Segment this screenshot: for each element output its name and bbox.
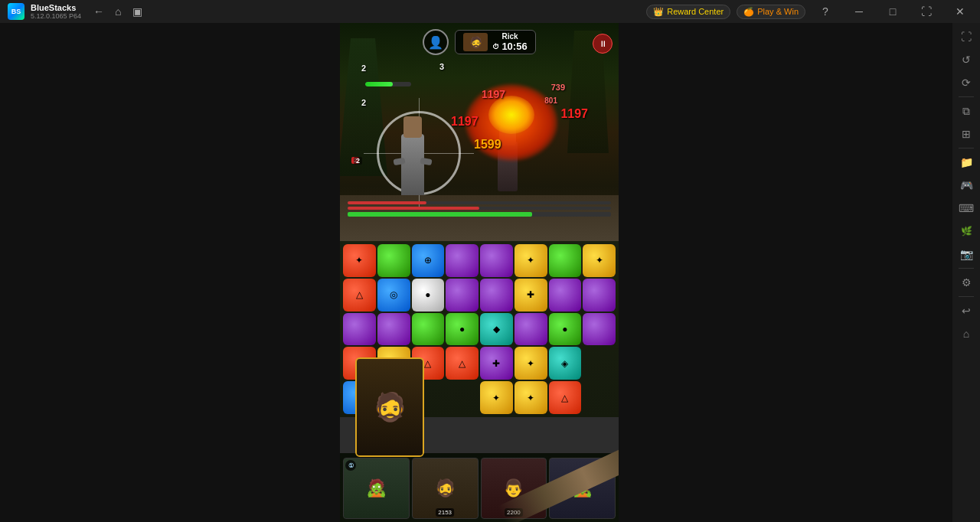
left-background <box>0 23 340 522</box>
damage-number-3: 801 <box>544 96 557 105</box>
help-button[interactable]: ? <box>812 0 839 23</box>
damage-number-5: 1197 <box>451 115 479 129</box>
damage-number-1: 1197 <box>482 88 505 100</box>
gem-r5c5[interactable]: ✦ <box>480 381 513 414</box>
gem-r1c4[interactable] <box>446 244 479 277</box>
gem-r5c6[interactable]: ✦ <box>514 381 547 414</box>
player-avatar: 👤 <box>423 29 449 55</box>
game-wrapper: 👤 🧔 Rick ⏱ 10:56 ⏸ <box>340 23 619 522</box>
enemy-count-3: 3 <box>439 62 444 71</box>
gem-r2c2[interactable]: ◎ <box>377 279 410 312</box>
gem-r1c1[interactable]: ✦ <box>343 244 376 277</box>
player-character <box>390 103 436 195</box>
back-sidebar-icon[interactable]: ↩ <box>956 300 977 321</box>
home-sidebar-icon[interactable]: ⌂ <box>956 323 977 344</box>
nav-recent-button[interactable]: ▣ <box>129 4 145 19</box>
card-2[interactable]: 🧔 2153 <box>412 458 479 519</box>
damage-number-4: 1197 <box>560 107 588 121</box>
bluestacks-logo: BS <box>8 3 24 20</box>
battle-area: 👤 🧔 Rick ⏱ 10:56 ⏸ <box>340 23 619 241</box>
enemy-count-2: 2 <box>361 64 366 73</box>
app-name-container: BlueStacks 5.12.0.1065 P64 <box>31 3 81 20</box>
gamepad-icon[interactable]: 🎮 <box>956 175 977 196</box>
gem-r2c6[interactable]: ✚ <box>514 279 547 312</box>
rotate-icon[interactable]: ↺ <box>956 49 977 70</box>
gem-r3c6[interactable] <box>514 313 547 346</box>
settings-icon[interactable]: ⚙ <box>956 272 977 293</box>
card-popup-inner: 🧔 <box>357 359 423 455</box>
gem-r2c5[interactable] <box>480 279 513 312</box>
gem-r5c4-empty <box>446 381 479 414</box>
layers2-icon[interactable]: ⊞ <box>956 123 977 145</box>
card-1-cost: ① <box>345 460 356 471</box>
damage-number-2: 739 <box>551 83 565 92</box>
camera-flip-icon[interactable]: ⟳ <box>956 72 977 93</box>
eco-icon[interactable]: 🌿 <box>956 220 977 242</box>
gem-r1c8[interactable]: ✦ <box>583 244 616 277</box>
sidebar-divider-2 <box>959 148 974 148</box>
timer-display: ⏱ 10:56 <box>492 41 527 52</box>
gem-r3c7[interactable]: ● <box>549 313 582 346</box>
player-hpbar-container: 2 <box>354 157 362 165</box>
titlebar-left: BS BlueStacks 5.12.0.1065 P64 ← ⌂ ▣ <box>0 3 168 20</box>
enemy-count-1: 2 <box>361 98 366 107</box>
reward-center-label: Reward Center <box>667 7 724 16</box>
reward-center-button[interactable]: 👑 Reward Center <box>646 5 730 19</box>
gem-r3c4[interactable]: ● <box>446 313 479 346</box>
gem-r4c5[interactable]: ✚ <box>480 347 513 380</box>
gem-r4c8-empty <box>583 347 616 380</box>
minimize-button[interactable]: ─ <box>845 0 873 23</box>
maximize-button[interactable]: □ <box>879 0 906 23</box>
app-name: BlueStacks <box>31 3 81 12</box>
char-name: Rick <box>501 32 518 41</box>
gem-r3c5[interactable]: ◆ <box>480 313 513 346</box>
gem-r5c8-empty <box>583 381 616 414</box>
damage-number-6: 1599 <box>474 138 501 152</box>
screenshot-icon[interactable]: 📷 <box>956 243 977 265</box>
titlebar-center: 👑 Reward Center 🍊 Play & Win ? ─ □ ⛶ ✕ <box>168 0 980 23</box>
gem-r1c5[interactable] <box>480 244 513 277</box>
right-background <box>619 23 952 522</box>
sidebar-divider-3 <box>959 268 974 269</box>
fullscreen-title-button[interactable]: ⛶ <box>913 0 940 23</box>
sidebar-divider-4 <box>959 296 974 297</box>
folder-icon[interactable]: 📁 <box>956 152 977 173</box>
gem-r3c8[interactable] <box>583 313 616 346</box>
explosion-inner <box>488 96 534 134</box>
play-win-button[interactable]: 🍊 Play & Win <box>737 5 805 19</box>
card-2-hp: 2153 <box>436 508 454 517</box>
gem-r2c7[interactable] <box>549 279 582 312</box>
gem-r1c7[interactable] <box>549 244 582 277</box>
hud-top: 👤 🧔 Rick ⏱ 10:56 ⏸ <box>340 29 619 55</box>
layers-icon[interactable]: ⧉ <box>956 100 977 122</box>
card-popup: 🧔 <box>355 357 424 457</box>
card-1[interactable]: 🧟 ① <box>343 458 410 519</box>
keyboard-icon[interactable]: ⌨ <box>956 197 977 219</box>
gem-r1c6[interactable]: ✦ <box>514 244 547 277</box>
right-sidebar: ⛶ ↺ ⟳ ⧉ ⊞ 📁 🎮 ⌨ 🌿 📷 ⚙ ↩ ⌂ <box>952 23 980 522</box>
gem-r2c4[interactable] <box>446 279 479 312</box>
gem-r2c3[interactable]: ● <box>412 279 445 312</box>
gem-r4c6[interactable]: ✦ <box>514 347 547 380</box>
gem-r2c1[interactable]: △ <box>343 279 376 312</box>
fullscreen-icon[interactable]: ⛶ <box>956 26 977 47</box>
close-button[interactable]: ✕ <box>946 0 974 23</box>
play-win-label: Play & Win <box>757 7 799 16</box>
gem-r4c7[interactable]: ◈ <box>549 347 582 380</box>
gem-r3c1[interactable] <box>343 313 376 346</box>
char-thumbnail: 🧔 <box>463 33 488 51</box>
play-win-icon: 🍊 <box>743 7 754 17</box>
gem-r3c2[interactable] <box>377 313 410 346</box>
gem-r2c8[interactable] <box>583 279 616 312</box>
gem-r4c4[interactable]: △ <box>446 347 479 380</box>
nav-back-button[interactable]: ← <box>90 4 107 19</box>
gem-r3c3[interactable] <box>412 313 445 346</box>
nav-home-button[interactable]: ⌂ <box>112 4 124 19</box>
timer-box: 🧔 Rick ⏱ 10:56 <box>455 30 535 54</box>
titlebar-nav: ← ⌂ ▣ <box>90 4 145 19</box>
gem-r1c2[interactable] <box>377 244 410 277</box>
pause-button[interactable]: ⏸ <box>593 34 612 54</box>
gem-r1c3[interactable]: ⊕ <box>412 244 445 277</box>
gem-r5c7[interactable]: △ <box>549 381 582 414</box>
sidebar-divider-1 <box>959 96 974 97</box>
